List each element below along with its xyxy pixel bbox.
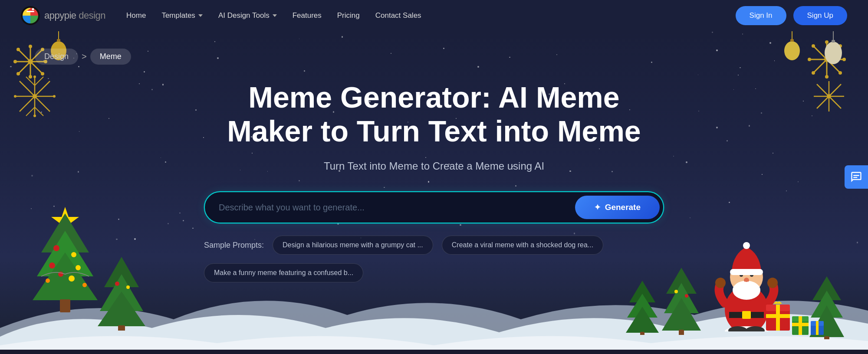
generate-label: Generate — [605, 203, 641, 212]
svg-point-43 — [812, 71, 815, 75]
signup-button[interactable]: Sign Up — [793, 6, 847, 25]
svg-rect-1 — [26, 11, 34, 12]
star-dot — [742, 33, 743, 35]
christmas-tree-left-large — [22, 205, 108, 328]
star-dot — [733, 89, 734, 90]
svg-point-62 — [53, 245, 59, 251]
svg-rect-116 — [853, 175, 859, 176]
star-dot — [761, 112, 762, 114]
svg-point-63 — [71, 252, 76, 257]
svg-point-55 — [827, 94, 831, 98]
christmas-tree-right-2 — [625, 279, 660, 337]
templates-dropdown-icon — [198, 14, 203, 17]
svg-rect-93 — [742, 311, 751, 319]
star-dot — [384, 187, 385, 188]
svg-point-68 — [46, 279, 50, 283]
star-dot — [31, 175, 33, 177]
svg-rect-56 — [0, 350, 868, 354]
svg-point-67 — [69, 275, 75, 282]
nav-features[interactable]: Features — [293, 11, 322, 20]
star-dot — [252, 153, 253, 154]
svg-point-64 — [49, 262, 55, 269]
star-dot — [460, 224, 461, 226]
svg-point-80 — [674, 290, 678, 293]
svg-point-28 — [33, 75, 36, 78]
logo-icon — [21, 6, 40, 25]
svg-rect-115 — [816, 321, 819, 335]
star-dot — [712, 32, 713, 33]
svg-line-24 — [35, 77, 43, 85]
chat-widget-button[interactable] — [845, 165, 868, 189]
hero-section: Design > Meme Meme Generator: AI Meme Ma… — [0, 31, 868, 354]
star-dot — [803, 101, 804, 102]
breadcrumb-current: Meme — [90, 49, 131, 65]
gift-boxes — [764, 296, 825, 341]
nav-links: Home Templates AI Design Tools Features … — [126, 11, 736, 20]
navigation: appypie design Home Templates AI Design … — [0, 0, 868, 31]
star-dot — [151, 89, 153, 90]
prompt-chip-2[interactable]: Create a viral meme with a shocked dog r… — [442, 236, 603, 255]
star-dot — [773, 153, 773, 154]
sparkle-icon: ✦ — [594, 203, 601, 212]
nav-contact-sales[interactable]: Contact Sales — [375, 11, 421, 20]
svg-point-31 — [53, 95, 56, 98]
nav-ai-design-tools[interactable]: AI Design Tools — [218, 11, 277, 20]
prompt-input[interactable] — [219, 197, 575, 218]
star-dot — [515, 185, 516, 186]
svg-point-65 — [76, 265, 81, 270]
hero-subtitle: Turn Text into Meme to Create a Meme usi… — [0, 160, 868, 172]
nav-home[interactable]: Home — [126, 11, 146, 20]
input-box-container: ✦ Generate — [204, 191, 664, 223]
star-dot — [304, 70, 305, 72]
star-dot — [139, 83, 140, 84]
breadcrumb-separator: > — [82, 52, 87, 62]
svg-point-41 — [838, 71, 842, 75]
chat-icon — [850, 171, 862, 183]
svg-line-25 — [26, 107, 35, 116]
svg-rect-112 — [792, 323, 809, 326]
svg-point-102 — [767, 278, 778, 288]
svg-point-37 — [825, 75, 829, 79]
svg-rect-89 — [824, 336, 829, 339]
svg-point-7 — [29, 45, 32, 48]
svg-point-81 — [685, 294, 688, 298]
svg-point-27 — [33, 94, 37, 98]
star-dot — [599, 148, 600, 149]
svg-rect-108 — [766, 314, 790, 318]
svg-rect-47 — [790, 39, 794, 42]
star-dot — [762, 174, 762, 174]
svg-point-30 — [14, 95, 16, 98]
star-dot — [698, 111, 699, 111]
svg-rect-18 — [57, 39, 60, 42]
svg-marker-84 — [626, 307, 659, 333]
svg-point-29 — [33, 115, 36, 117]
logo[interactable]: appypie design — [21, 6, 105, 25]
prompt-chip-1[interactable]: Design a hilarious meme with a grumpy ca… — [273, 236, 433, 255]
svg-point-74 — [115, 282, 119, 286]
star-dot — [78, 66, 79, 67]
star-dot — [477, 66, 479, 68]
nav-pricing[interactable]: Pricing — [337, 11, 360, 20]
nav-templates[interactable]: Templates — [161, 11, 202, 20]
star-dot — [10, 66, 11, 67]
svg-rect-99 — [730, 269, 763, 275]
signin-button[interactable]: Sign In — [736, 6, 786, 25]
svg-rect-79 — [679, 330, 684, 335]
nav-actions: Sign In Sign Up — [736, 6, 847, 25]
star-dot — [342, 36, 343, 38]
svg-point-69 — [82, 283, 87, 287]
star-dot — [425, 157, 426, 158]
star-dot — [716, 127, 718, 128]
breadcrumb-design-link[interactable]: Design — [35, 49, 78, 65]
star-dot — [857, 242, 858, 243]
generate-button[interactable]: ✦ Generate — [575, 196, 660, 219]
star-dot — [738, 75, 739, 75]
svg-point-2 — [32, 8, 34, 10]
sample-prompts-label: Sample Prompts: — [204, 241, 264, 250]
breadcrumb: Design > Meme — [0, 49, 868, 65]
svg-point-40 — [812, 44, 815, 48]
prompt-chip-3[interactable]: Make a funny meme featuring a confused b… — [204, 263, 363, 282]
left-snowflake-small — [13, 75, 56, 120]
svg-point-100 — [743, 242, 750, 249]
star-dot — [574, 233, 575, 234]
